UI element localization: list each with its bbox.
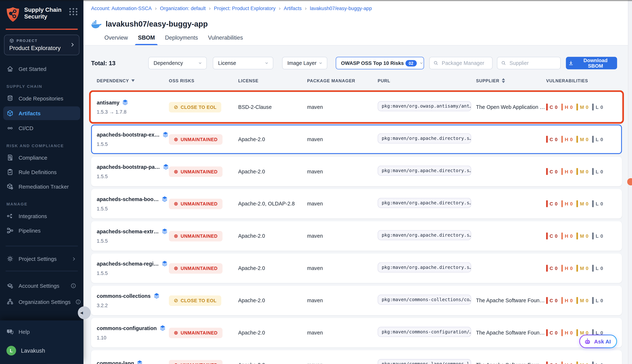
package-manager-cell: maven — [307, 168, 378, 174]
sidebar-item[interactable]: Remediation Tracker — [3, 180, 80, 193]
column-header-supplier[interactable]: SUPPLIER — [476, 78, 546, 83]
breadcrumb-item: lavakush07/easy-buggy-app — [310, 6, 378, 11]
project-selector[interactable]: PROJECT Product Exploratory — [4, 35, 79, 55]
severity-bar — [576, 329, 578, 336]
vulnerability-counts: C0 H0 M0 — [546, 168, 622, 175]
tab[interactable]: Vulnerabilities — [208, 34, 243, 45]
dependency-version: 1.5.5 — [97, 238, 169, 244]
dependency-name: apacheds-bootstrap-ex… — [97, 132, 160, 138]
brand-underline — [6, 28, 78, 30]
dependency-cell: apacheds-schema-boo… 1.5.5 — [97, 196, 169, 212]
image-layer-filter-dropdown[interactable]: Image Layer — [282, 57, 327, 69]
license-cell: Apache-2.0 — [238, 233, 307, 239]
download-sbom-button[interactable]: Download SBOM — [566, 57, 617, 69]
vuln-count: H0 — [561, 297, 573, 304]
cube-icon — [6, 110, 14, 117]
project-name: Product Exploratory — [9, 45, 74, 51]
purl-chip[interactable]: pkg:maven/org.apache.directory.s… — [378, 134, 471, 144]
table-row[interactable]: apacheds-bootstrap-ex… 1.5.5 — [91, 124, 622, 154]
column-header-dependency[interactable]: DEPENDENCY — [97, 78, 169, 83]
sidebar-item-account-settings[interactable]: Account Settings — [3, 279, 80, 293]
column-header-license: LICENSE — [238, 78, 307, 83]
sidebar-item-label: Code Repositories — [18, 95, 63, 101]
dependency-name: apacheds-schema-extr… — [97, 228, 159, 234]
table-row[interactable]: apacheds-bootstrap-pa… 1.5.5 — [91, 157, 622, 186]
table-row[interactable]: apacheds-schema-extr… 1.5.5 — [91, 221, 622, 251]
purl-chip[interactable]: pkg:maven/commons-lang/commons-l… — [378, 359, 471, 364]
sidebar-item[interactable]: Rule Definitions — [3, 166, 80, 178]
tab[interactable]: Deployments — [165, 34, 198, 45]
info-icon[interactable] — [75, 299, 81, 305]
risk-badge-icon: ⊗ — [174, 136, 178, 142]
vuln-count: L0 — [592, 232, 603, 239]
ask-ai-button[interactable]: Ask AI — [579, 334, 617, 348]
purl-chip[interactable]: pkg:maven/commons-configuration/… — [378, 327, 471, 337]
purl-chip[interactable]: pkg:maven/org.owasp.antisamy/ant… — [378, 101, 471, 111]
table-row[interactable]: apacheds-schema-regi… 1.5.5 — [91, 254, 622, 283]
sidebar-item[interactable]: Artifacts — [3, 106, 80, 120]
sidebar-item-organization-settings[interactable]: Organization Settings — [3, 295, 80, 309]
table-row[interactable]: commons-configuration 1.10 — [91, 318, 622, 348]
download-icon — [568, 60, 574, 66]
sidebar-user[interactable]: L Lavakush — [3, 344, 80, 357]
sidebar-item-label: Help — [18, 329, 30, 335]
sidebar-collapse-handle[interactable]: ◀ — [78, 306, 90, 319]
sidebar-item[interactable]: Compliance — [3, 151, 80, 164]
vuln-count: C0 — [546, 232, 558, 239]
supplier-input[interactable] — [509, 60, 557, 66]
breadcrumb-item: Account: Automation-SSCA› — [91, 5, 160, 11]
sidebar-item[interactable]: Integrations — [3, 210, 80, 222]
nav-section-heading: MANAGE — [6, 202, 84, 206]
apps-grid-icon[interactable] — [69, 8, 78, 16]
tab[interactable]: Overview — [104, 34, 128, 45]
breadcrumb-link[interactable]: Organization: default — [160, 6, 206, 11]
severity-bar — [546, 362, 548, 364]
purl-chip[interactable]: pkg:maven/org.apache.directory.s… — [378, 166, 471, 176]
sidebar-item-help[interactable]: ? Help — [3, 325, 80, 338]
purl-chip[interactable]: pkg:maven/commons-collections/co… — [378, 294, 471, 304]
purl-chip[interactable]: pkg:maven/org.apache.directory.s… — [378, 230, 471, 240]
vuln-count: C0 — [546, 265, 558, 272]
vuln-count: L0 — [592, 136, 603, 142]
dependency-cell: commons-lang — [97, 360, 169, 364]
vuln-count: C0 — [546, 168, 558, 175]
content: Total: 13 Dependency License Image Layer… — [84, 57, 632, 364]
vuln-count: C0 — [546, 200, 558, 207]
purl-chip[interactable]: pkg:maven/org.apache.directory.s… — [378, 262, 471, 272]
severity-bar — [546, 104, 548, 110]
vuln-count: M0 — [576, 362, 588, 364]
purl-chip[interactable]: pkg:maven/org.apache.directory.s… — [378, 198, 471, 208]
dependency-name: commons-configuration — [97, 325, 157, 331]
breadcrumb-link[interactable]: Account: Automation-SSCA — [91, 6, 152, 11]
sidebar-item-get-started[interactable]: Get Started — [3, 62, 80, 75]
table-row[interactable]: apacheds-schema-boo… 1.5.5 — [91, 189, 622, 218]
risk-badge: ⊗ UNMAINTAINED — [169, 360, 222, 364]
severity-bar — [576, 200, 578, 207]
sidebar-item-label: Remediation Tracker — [18, 184, 69, 190]
license-filter-dropdown[interactable]: License — [213, 57, 273, 69]
clipboard-check-icon — [6, 168, 14, 176]
breadcrumb-link[interactable]: Artifacts — [284, 6, 302, 11]
dependency-name: apacheds-bootstrap-pa… — [97, 164, 160, 170]
sidebar-item[interactable]: Pipelines — [3, 224, 80, 237]
app-logo: Supply Chain Security — [0, 0, 84, 24]
info-icon[interactable] — [70, 283, 76, 289]
vuln-count: M0 — [576, 104, 588, 110]
tab[interactable]: SBOM — [138, 34, 155, 45]
sidebar-item[interactable]: CI/CD — [3, 122, 80, 134]
vulnerability-counts: C0 H0 M0 — [546, 136, 621, 142]
package-manager-input[interactable] — [441, 60, 489, 66]
owasp-risks-filter-dropdown[interactable]: OWASP OSS Top 10 Risks 02 — [336, 57, 424, 69]
dependency-version: 1.5.5 — [97, 270, 169, 276]
supplier-cell: The Open Web Application … — [476, 104, 546, 110]
sidebar-item-project-settings[interactable]: Project Settings — [3, 252, 80, 266]
table-row[interactable]: antisamy 1.5.3 → 1.7.8 ⊘ — [91, 92, 622, 122]
breadcrumb-link[interactable]: Project: Product Exploratory — [214, 6, 276, 11]
table-row[interactable]: commons-lang ⊗ — [91, 350, 622, 364]
sidebar-item[interactable]: Code Repositories — [3, 92, 80, 105]
breadcrumb-link[interactable]: lavakush07/easy-buggy-app — [310, 6, 372, 11]
sort-updown-icon — [502, 78, 505, 83]
dependency-filter-dropdown[interactable]: Dependency — [148, 57, 207, 69]
risk-badge-icon: ⊗ — [174, 201, 178, 206]
table-row[interactable]: commons-collections 3.2.2 — [91, 286, 622, 315]
